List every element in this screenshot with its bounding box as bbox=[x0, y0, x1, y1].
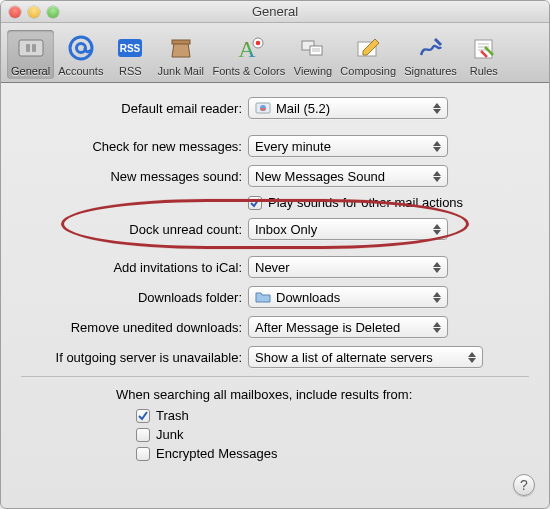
mail-app-icon bbox=[255, 100, 271, 116]
popup-dock-count[interactable]: Inbox Only bbox=[248, 218, 448, 240]
divider bbox=[21, 376, 529, 377]
switch-icon bbox=[15, 32, 47, 64]
label-ical: Add invitations to iCal: bbox=[1, 260, 248, 275]
svg-rect-2 bbox=[32, 44, 36, 52]
checkbox-trash[interactable]: Trash bbox=[136, 408, 549, 423]
close-button[interactable] bbox=[9, 6, 21, 18]
toolbar-tab-rules[interactable]: Rules bbox=[461, 30, 507, 79]
svg-rect-1 bbox=[26, 44, 30, 52]
preferences-window: General General Accounts RSS RSS Junk Ma… bbox=[0, 0, 550, 509]
toolbar-tab-viewing[interactable]: Viewing bbox=[290, 30, 336, 79]
signatures-icon bbox=[414, 32, 446, 64]
rss-icon: RSS bbox=[114, 32, 146, 64]
label-remove-downloads: Remove unedited downloads: bbox=[1, 320, 248, 335]
stepper-arrows-icon bbox=[429, 220, 445, 238]
svg-point-3 bbox=[70, 37, 92, 59]
stepper-arrows-icon bbox=[429, 137, 445, 155]
stepper-arrows-icon bbox=[429, 258, 445, 276]
toolbar-tab-composing[interactable]: Composing bbox=[336, 30, 400, 79]
minimize-button[interactable] bbox=[28, 6, 40, 18]
general-pane: Default email reader: Mail (5.2) Check f… bbox=[1, 83, 549, 461]
viewing-icon bbox=[297, 32, 329, 64]
junk-icon bbox=[165, 32, 197, 64]
help-icon: ? bbox=[520, 477, 528, 493]
checkbox-icon bbox=[136, 428, 150, 442]
checkbox-icon bbox=[248, 196, 262, 210]
svg-point-10 bbox=[256, 41, 261, 46]
window-title: General bbox=[1, 4, 549, 19]
popup-sound[interactable]: New Messages Sound bbox=[248, 165, 448, 187]
titlebar: General bbox=[1, 1, 549, 23]
composing-icon bbox=[352, 32, 384, 64]
toolbar-tab-junk[interactable]: Junk Mail bbox=[153, 30, 207, 79]
svg-rect-0 bbox=[19, 40, 43, 56]
checkbox-play-sounds[interactable]: Play sounds for other mail actions bbox=[248, 195, 483, 210]
checkbox-junk[interactable]: Junk bbox=[136, 427, 549, 442]
checkbox-encrypted[interactable]: Encrypted Messages bbox=[136, 446, 549, 461]
toolbar: General Accounts RSS RSS Junk Mail A Fon… bbox=[1, 23, 549, 83]
stepper-arrows-icon bbox=[429, 318, 445, 336]
popup-downloads[interactable]: Downloads bbox=[248, 286, 448, 308]
rules-icon bbox=[468, 32, 500, 64]
toolbar-tab-fonts[interactable]: A Fonts & Colors bbox=[208, 30, 290, 79]
fonts-icon: A bbox=[233, 32, 265, 64]
at-icon bbox=[65, 32, 97, 64]
svg-text:RSS: RSS bbox=[120, 43, 141, 54]
label-check-messages: Check for new messages: bbox=[1, 139, 248, 154]
label-dock-count: Dock unread count: bbox=[1, 222, 248, 237]
toolbar-tab-accounts[interactable]: Accounts bbox=[54, 30, 107, 79]
label-outgoing: If outgoing server is unavailable: bbox=[1, 350, 248, 365]
stepper-arrows-icon bbox=[464, 348, 480, 366]
popup-outgoing[interactable]: Show a list of alternate servers bbox=[248, 346, 483, 368]
svg-rect-7 bbox=[172, 40, 190, 44]
checkbox-icon bbox=[136, 409, 150, 423]
search-heading: When searching all mailboxes, include re… bbox=[116, 387, 549, 402]
popup-check-messages[interactable]: Every minute bbox=[248, 135, 448, 157]
toolbar-tab-rss[interactable]: RSS RSS bbox=[107, 30, 153, 79]
label-sound: New messages sound: bbox=[1, 169, 248, 184]
toolbar-tab-signatures[interactable]: Signatures bbox=[400, 30, 461, 79]
popup-ical[interactable]: Never bbox=[248, 256, 448, 278]
toolbar-tab-general[interactable]: General bbox=[7, 30, 54, 79]
help-button[interactable]: ? bbox=[513, 474, 535, 496]
checkbox-icon bbox=[136, 447, 150, 461]
stepper-arrows-icon bbox=[429, 167, 445, 185]
label-default-reader: Default email reader: bbox=[1, 101, 248, 116]
popup-remove-downloads[interactable]: After Message is Deleted bbox=[248, 316, 448, 338]
stepper-arrows-icon bbox=[429, 99, 445, 117]
svg-rect-16 bbox=[475, 40, 492, 58]
popup-default-reader[interactable]: Mail (5.2) bbox=[248, 97, 448, 119]
label-downloads: Downloads folder: bbox=[1, 290, 248, 305]
zoom-button[interactable] bbox=[47, 6, 59, 18]
stepper-arrows-icon bbox=[429, 288, 445, 306]
folder-icon bbox=[255, 289, 271, 305]
